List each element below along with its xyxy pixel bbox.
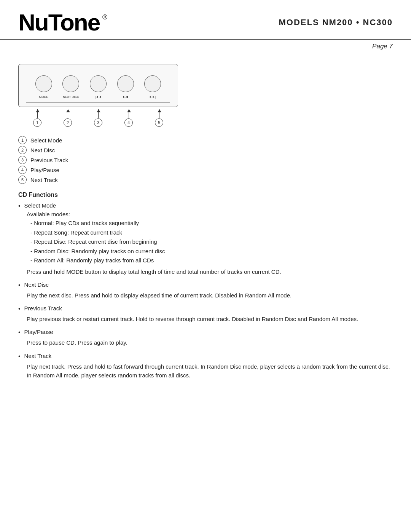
arrow-3: 3 [90, 109, 107, 127]
circle-num-3: 3 [94, 118, 102, 127]
bullet-dot-5: • [18, 353, 21, 360]
mode-button[interactable] [35, 75, 52, 92]
bullet-dot-1: • [18, 203, 21, 209]
arrow-up-4 [129, 109, 129, 118]
arrow-4: 4 [120, 109, 137, 127]
label-next: ►►| [144, 95, 161, 99]
arrow-up-2 [68, 109, 68, 118]
prev-track-button[interactable] [90, 75, 107, 92]
main-content: MODE NEXT DISC |◄◄ ►/■ ►►| 1 2 3 [0, 64, 411, 400]
label-next-disc: NEXT DISC [62, 95, 79, 99]
bullet-play-pause: • Play/Pause [18, 329, 393, 336]
cd-panel: MODE NEXT DISC |◄◄ ►/■ ►►| [18, 64, 178, 107]
section-next-disc: • Next Disc Play the next disc. Press an… [18, 281, 393, 300]
circle-num-2: 2 [64, 118, 72, 127]
mode-repeat-disc: Repeat Disc: Repeat current disc from be… [27, 238, 393, 246]
section-next-track: • Next Track Play next track. Press and … [18, 353, 393, 380]
model-title: MODELS NM200 • NC300 [279, 18, 393, 27]
heading-play-pause: Play/Pause [24, 329, 53, 335]
diagram-container: MODE NEXT DISC |◄◄ ►/■ ►►| 1 2 3 [18, 64, 178, 127]
mode-normal: Normal: Play CDs and tracks sequentially [27, 219, 393, 228]
heading-next-disc: Next Disc [24, 281, 49, 288]
legend-num-2: 2 [18, 146, 27, 154]
next-disc-content: Play the next disc. Press and hold to di… [18, 291, 393, 300]
legend-item-1: 1 Select Mode [18, 136, 393, 144]
legend-num-4: 4 [18, 166, 27, 174]
section-select-mode: • Select Mode Available modes: Normal: P… [18, 202, 393, 276]
legend-label-4: Play/Pause [30, 167, 59, 173]
bullet-dot-4: • [18, 329, 21, 336]
bullet-next-disc: • Next Disc [18, 281, 393, 289]
bullet-select-mode: • Select Mode [18, 202, 393, 209]
cd-functions-title: CD Functions [18, 192, 393, 198]
label-prev: |◄◄ [90, 95, 107, 99]
label-mode: MODE [35, 95, 52, 99]
legend-item-5: 5 Next Track [18, 176, 393, 184]
bullet-next-track: • Next Track [18, 353, 393, 360]
next-track-desc: Play next track. Press and hold to fast … [27, 362, 393, 380]
bullet-dot-2: • [18, 282, 21, 289]
legend-item-3: 3 Previous Track [18, 156, 393, 164]
bullet-previous-track: • Previous Track [18, 305, 393, 312]
select-mode-desc: Press and hold MODE button to display to… [27, 267, 393, 276]
cd-functions-section: CD Functions • Select Mode Available mod… [18, 192, 393, 380]
mode-random-disc: Random Disc: Randomly play tracks on cur… [27, 247, 393, 256]
heading-next-track: Next Track [24, 353, 52, 359]
arrow-up-1 [37, 109, 38, 118]
heading-previous-track: Previous Track [24, 305, 62, 312]
arrow-up-3 [98, 109, 99, 118]
arrow-up-5 [159, 109, 159, 118]
available-modes-label: Available modes: [27, 211, 393, 217]
section-previous-track: • Previous Track Play previous track or … [18, 305, 393, 323]
previous-track-content: Play previous track or restart current t… [18, 315, 393, 323]
mode-random-all: Random All: Randomly play tracks from al… [27, 256, 393, 265]
play-pause-button[interactable] [117, 75, 134, 92]
header: NuTone® MODELS NM200 • NC300 [0, 0, 411, 40]
arrow-5: 5 [151, 109, 167, 127]
mode-repeat-song: Repeat Song: Repeat current track [27, 228, 393, 237]
arrow-2: 2 [59, 109, 76, 127]
circle-num-1: 1 [33, 118, 41, 127]
panel-labels: MODE NEXT DISC |◄◄ ►/■ ►►| [26, 95, 170, 99]
legend-item-4: 4 Play/Pause [18, 166, 393, 174]
select-mode-content: Available modes: Normal: Play CDs and tr… [18, 211, 393, 276]
next-track-button[interactable] [144, 75, 161, 92]
page-number: Page 7 [0, 40, 411, 56]
section-play-pause: • Play/Pause Press to pause CD. Press ag… [18, 329, 393, 347]
next-track-content: Play next track. Press and hold to fast … [18, 362, 393, 380]
legend-label-1: Select Mode [30, 137, 62, 144]
previous-track-desc: Play previous track or restart current t… [27, 315, 393, 323]
logo: NuTone® [18, 11, 100, 34]
panel-buttons [26, 74, 170, 94]
play-pause-content: Press to pause CD. Press again to play. [18, 338, 393, 347]
legend-label-5: Next Track [30, 177, 58, 183]
circle-num-4: 4 [124, 118, 133, 127]
legend-num-3: 3 [18, 156, 27, 164]
circle-num-5: 5 [155, 118, 163, 127]
arrow-1: 1 [29, 109, 46, 127]
next-disc-desc: Play the next disc. Press and hold to di… [27, 291, 393, 300]
legend-num-5: 5 [18, 176, 27, 184]
legend-label-2: Next Disc [30, 147, 55, 153]
panel-top-line [26, 70, 170, 70]
label-play: ►/■ [117, 95, 134, 99]
legend-item-2: 2 Next Disc [18, 146, 393, 154]
heading-select-mode: Select Mode [24, 202, 56, 209]
legend-num-1: 1 [18, 136, 27, 144]
bullet-dot-3: • [18, 305, 21, 312]
legend-list: 1 Select Mode 2 Next Disc 3 Previous Tra… [18, 136, 393, 184]
arrows-row: 1 2 3 4 5 [18, 109, 178, 127]
play-pause-desc: Press to pause CD. Press again to play. [27, 338, 393, 347]
next-disc-button[interactable] [62, 75, 79, 92]
panel-bottom-line [26, 102, 170, 103]
legend-label-3: Previous Track [30, 157, 68, 163]
